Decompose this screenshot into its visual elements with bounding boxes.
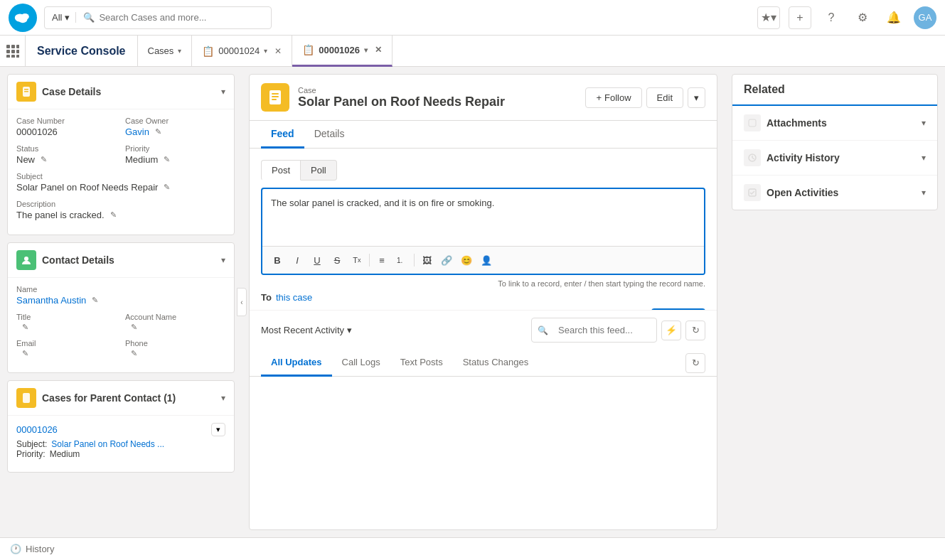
svg-rect-6 (6, 50, 10, 53)
case-meta-subject[interactable]: Solar Panel on Roof Needs ... (51, 439, 164, 449)
case-list-dropdown[interactable]: ▾ (211, 423, 225, 436)
case-priority-label: Priority: (16, 449, 46, 459)
tab-case-1024[interactable]: 📋 00001024 ▾ ✕ (192, 36, 292, 67)
attachments-icon (744, 114, 761, 131)
case-owner-value[interactable]: Gavin ✎ (125, 126, 225, 137)
phone-value: ✎ (125, 349, 225, 358)
email-edit[interactable]: ✎ (22, 349, 28, 358)
avatar[interactable]: GA (914, 6, 936, 29)
svg-rect-13 (24, 89, 28, 90)
description-label: Description (16, 200, 225, 208)
activity-filter-dropdown[interactable]: Most Recent Activity ▾ (261, 325, 352, 335)
subtab-text-posts[interactable]: Text Posts (390, 350, 453, 377)
search-wrapper[interactable]: All ▾ 🔍 (44, 6, 272, 29)
grid-menu-button[interactable] (0, 36, 26, 67)
svg-rect-16 (23, 393, 30, 403)
case-list-priority: Priority: Medium (16, 449, 225, 459)
tab-poll[interactable]: Poll (301, 160, 337, 181)
related-open-activities-label: Open Activities (767, 187, 922, 198)
tab-case-1024-dropdown[interactable]: ▾ (264, 47, 267, 55)
priority-label: Priority (125, 144, 225, 153)
tab-case-1026-dropdown[interactable]: ▾ (364, 46, 368, 54)
post-poll-tabs: Post Poll (261, 160, 705, 181)
follow-button[interactable]: + Follow (585, 87, 641, 108)
favorites-button[interactable]: ★▾ (757, 6, 780, 29)
open-activities-chevron[interactable]: ▾ (922, 188, 926, 198)
underline-button[interactable]: U (308, 251, 326, 269)
phone-edit[interactable]: ✎ (131, 349, 137, 358)
tab-cases[interactable]: Cases ▾ (138, 36, 193, 67)
to-label: To (261, 292, 272, 303)
subject-edit[interactable]: ✎ (164, 183, 170, 192)
tab-feed[interactable]: Feed (261, 121, 304, 149)
title-account-row: Title ✎ Account Name ✎ (16, 313, 225, 332)
search-scope-chevron[interactable]: ▾ (65, 12, 70, 23)
tab-case-1024-icon: 📋 (202, 45, 214, 57)
mention-button[interactable]: 👤 (477, 251, 496, 269)
italic-button[interactable]: I (288, 251, 306, 269)
case-list-number[interactable]: 00001026 (16, 424, 58, 435)
activity-history-chevron[interactable]: ▾ (922, 153, 926, 163)
help-button[interactable]: ? (820, 6, 843, 29)
related-item-open-activities[interactable]: Open Activities ▾ (732, 176, 937, 210)
strikethrough-button[interactable]: S (328, 251, 346, 269)
bullet-list-button[interactable]: ≡ (373, 251, 391, 269)
status-edit[interactable]: ✎ (41, 155, 47, 164)
account-name-field: Account Name ✎ (125, 313, 225, 332)
ordered-list-button[interactable]: 1. (393, 251, 411, 269)
text-editor[interactable]: The solar panel is cracked, and it is on… (261, 188, 705, 275)
editor-area[interactable]: The solar panel is cracked, and it is on… (262, 189, 704, 246)
add-button[interactable]: + (789, 6, 811, 29)
tab-case-1026[interactable]: 📋 00001026 ▾ ✕ (292, 36, 393, 67)
edit-button[interactable]: Edit (646, 87, 683, 108)
notifications-button[interactable]: 🔔 (882, 6, 905, 29)
to-value[interactable]: this case (276, 292, 312, 303)
title-edit[interactable]: ✎ (22, 323, 28, 332)
subtab-status-changes[interactable]: Status Changes (453, 350, 539, 377)
feed-search-input[interactable] (551, 321, 651, 339)
related-item-activity-history[interactable]: Activity History ▾ (732, 141, 937, 176)
contact-name-value[interactable]: Samantha Austin ✎ (16, 295, 225, 306)
contact-name-edit[interactable]: ✎ (92, 296, 98, 305)
subtab-call-logs[interactable]: Call Logs (332, 350, 390, 377)
left-panel-collapse[interactable]: ‹ (237, 288, 247, 316)
tab-cases-chevron[interactable]: ▾ (178, 47, 181, 55)
link-button[interactable]: 🔗 (437, 251, 456, 269)
title-field: Title ✎ (16, 313, 117, 332)
case-number-field: Case Number 00001026 (16, 117, 117, 137)
refresh-feed-button[interactable]: ↻ (685, 321, 705, 340)
search-input[interactable] (99, 12, 264, 23)
case-actions-dropdown[interactable]: ▾ (688, 87, 705, 108)
tab-details[interactable]: Details (304, 121, 355, 149)
email-value: ✎ (16, 349, 117, 358)
related-item-attachments[interactable]: Attachments ▾ (732, 106, 937, 141)
salesforce-logo[interactable] (9, 4, 37, 32)
case-owner-edit[interactable]: ✎ (155, 127, 161, 136)
case-details-chevron[interactable]: ▾ (221, 87, 225, 97)
case-title: Solar Panel on Roof Needs Repair (298, 95, 577, 109)
subject-field: Subject Solar Panel on Roof Needs Repair… (16, 172, 225, 193)
status-value: New ✎ (16, 154, 117, 165)
description-edit[interactable]: ✎ (110, 210, 117, 220)
tab-case-1024-close[interactable]: ✕ (274, 46, 282, 56)
phone-field: Phone ✎ (125, 339, 225, 358)
tab-post[interactable]: Post (261, 160, 301, 181)
search-dropdown[interactable]: All ▾ (52, 12, 76, 23)
top-nav: All ▾ 🔍 ★▾ + ? ⚙ 🔔 GA (0, 0, 945, 36)
subtab-all-updates[interactable]: All Updates (261, 350, 332, 377)
emoji-button[interactable]: 😊 (457, 251, 476, 269)
account-name-edit[interactable]: ✎ (131, 323, 137, 332)
bold-button[interactable]: B (268, 251, 287, 269)
tab-case-1026-close[interactable]: ✕ (375, 45, 382, 55)
history-label[interactable]: History (26, 544, 54, 554)
cases-parent-chevron[interactable]: ▾ (221, 393, 225, 403)
settings-button[interactable]: ⚙ (851, 6, 874, 29)
clear-format-button[interactable]: Tx (348, 251, 366, 269)
contact-details-chevron[interactable]: ▾ (221, 255, 225, 265)
attachments-chevron[interactable]: ▾ (922, 118, 926, 128)
subtab-refresh[interactable]: ↻ (685, 353, 705, 373)
image-button[interactable]: 🖼 (417, 251, 436, 269)
filter-button[interactable]: ⚡ (661, 321, 681, 340)
priority-edit[interactable]: ✎ (164, 155, 170, 164)
case-details-icon (16, 82, 36, 102)
